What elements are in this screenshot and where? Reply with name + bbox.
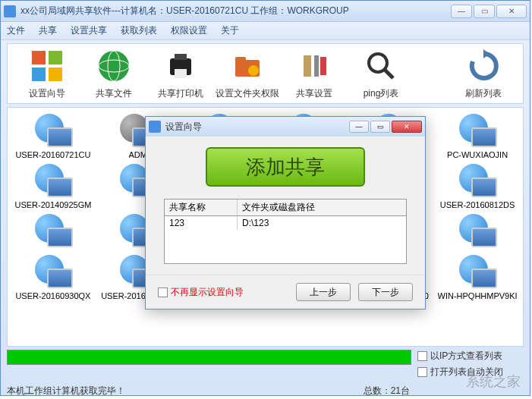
tool-folder-perm[interactable]: 设置文件夹权限: [214, 48, 281, 100]
dialog-icon: [149, 121, 161, 133]
next-button[interactable]: 下一步: [358, 283, 413, 301]
menu-permissions[interactable]: 权限设置: [171, 24, 207, 37]
folder-lock-icon: [229, 48, 266, 84]
computer-item[interactable]: USER-20140925GM: [12, 162, 94, 209]
svg-rect-0: [32, 51, 46, 64]
tool-share-settings[interactable]: 共享设置: [281, 48, 348, 100]
share-table[interactable]: 共享名称 文件夹或磁盘路径 123 D:\123: [164, 199, 407, 264]
svg-point-4: [99, 51, 129, 81]
checkbox-ip-mode[interactable]: 以IP方式查看列表: [417, 350, 524, 363]
svg-rect-15: [320, 57, 326, 75]
computer-label: USER-20160930QX: [15, 291, 90, 300]
computer-icon: [30, 162, 76, 199]
svg-rect-13: [304, 55, 311, 77]
magnifier-icon: [363, 48, 399, 84]
menubar: 文件 共享 设置共享 获取列表 权限设置 关于: [1, 22, 530, 40]
svg-rect-3: [49, 68, 62, 81]
svg-line-17: [385, 70, 393, 78]
col-path: 文件夹或磁盘路径: [238, 200, 406, 215]
toolbar: 设置向导 共享文件 共享打印机 设置文件夹权限 共享设置 ping列表 刷新列表: [7, 43, 524, 104]
globe-icon: [96, 48, 132, 84]
computer-item[interactable]: WIN-HPQHHMPV9KI: [436, 253, 518, 300]
windows-icon: [29, 48, 65, 84]
close-button[interactable]: ✕: [496, 5, 527, 18]
window-title: xx公司局域网共享软件---计算机名：USER-20160721CU 工作组：W…: [20, 5, 451, 17]
checkbox-dont-show[interactable]: 不再显示设置向导: [158, 286, 244, 299]
computer-label: WIN-HPQHHMPV9KI: [438, 291, 518, 300]
dialog-close-button[interactable]: ✕: [392, 121, 422, 133]
add-share-button[interactable]: 添加共享: [206, 147, 365, 187]
svg-rect-1: [49, 51, 62, 64]
main-window: xx公司局域网共享软件---计算机名：USER-20160721CU 工作组：W…: [0, 0, 530, 396]
app-icon: [4, 5, 16, 17]
bottom-panel: 以IP方式查看列表 打开列表自动关闭 本机工作组计算机获取完毕！ 总数：21台: [7, 350, 524, 397]
computer-icon: [30, 212, 76, 249]
computer-item[interactable]: USER-20160721CU: [12, 112, 94, 159]
status-count: 总数：21台: [364, 385, 410, 397]
computer-icon: [455, 212, 500, 249]
computer-icon: [30, 112, 76, 149]
tool-wizard[interactable]: 设置向导: [14, 48, 80, 100]
computer-item[interactable]: [436, 212, 518, 250]
col-share-name: 共享名称: [165, 200, 238, 215]
menu-get-list[interactable]: 获取列表: [121, 24, 157, 37]
computer-label: USER-20160812DS: [440, 200, 515, 209]
computer-icon: [455, 112, 500, 149]
menu-about[interactable]: 关于: [221, 24, 239, 37]
tools-icon: [296, 48, 332, 84]
tool-share-printer[interactable]: 共享打印机: [147, 48, 214, 100]
svg-rect-11: [235, 57, 246, 61]
computer-item[interactable]: USER-20160930QX: [12, 253, 94, 300]
menu-file[interactable]: 文件: [7, 24, 25, 37]
svg-point-12: [248, 65, 259, 76]
menu-set-share[interactable]: 设置共享: [71, 24, 107, 37]
tool-ping[interactable]: ping列表: [348, 48, 414, 100]
progress-bar: [7, 350, 411, 365]
dialog-title: 设置向导: [165, 121, 349, 134]
prev-button[interactable]: 上一步: [296, 283, 351, 301]
dialog-titlebar[interactable]: 设置向导 — ▭ ✕: [146, 117, 425, 137]
computer-icon: [455, 253, 500, 290]
computer-icon: [30, 253, 76, 290]
table-row[interactable]: 123 D:\123: [165, 216, 406, 230]
svg-rect-14: [314, 55, 319, 77]
computer-item[interactable]: PC-WUXIAOJIN: [436, 112, 518, 159]
computer-item[interactable]: USER-20160812DS: [436, 162, 518, 209]
dialog-minimize-button[interactable]: —: [349, 121, 369, 133]
titlebar[interactable]: xx公司局域网共享软件---计算机名：USER-20160721CU 工作组：W…: [1, 1, 530, 22]
computer-label: USER-20140925GM: [14, 200, 91, 209]
computer-item[interactable]: [12, 212, 94, 250]
svg-rect-9: [175, 69, 187, 78]
menu-share[interactable]: 共享: [39, 24, 57, 37]
svg-point-16: [369, 54, 387, 72]
minimize-button[interactable]: —: [451, 5, 472, 18]
checkbox-auto-close[interactable]: 打开列表自动关闭: [417, 366, 524, 379]
maximize-button[interactable]: ▭: [474, 5, 495, 18]
tool-share-file[interactable]: 共享文件: [80, 48, 147, 100]
computer-label: USER-20160721CU: [15, 150, 90, 159]
tool-refresh[interactable]: 刷新列表: [450, 48, 517, 100]
wizard-dialog: 设置向导 — ▭ ✕ 添加共享 共享名称 文件夹或磁盘路径 123 D:\123: [145, 116, 426, 309]
printer-icon: [162, 48, 199, 84]
status-text: 本机工作组计算机获取完毕！: [7, 385, 125, 397]
computer-label: PC-WUXIAOJIN: [447, 150, 508, 159]
computer-icon: [455, 162, 500, 199]
refresh-icon: [465, 48, 502, 84]
dialog-maximize-button[interactable]: ▭: [370, 121, 390, 133]
svg-rect-2: [32, 68, 46, 81]
svg-rect-8: [175, 54, 187, 60]
